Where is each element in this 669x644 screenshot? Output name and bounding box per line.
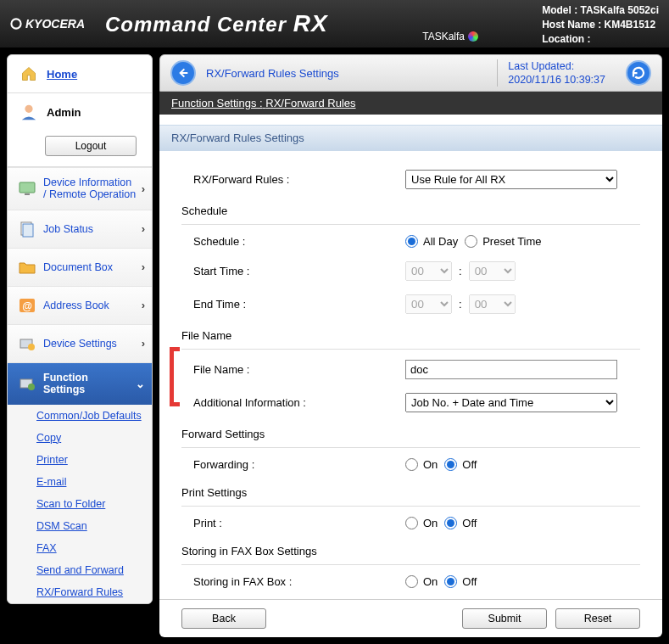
refresh-icon[interactable] — [626, 60, 651, 86]
start-min-select[interactable]: 00 — [469, 261, 516, 281]
reset-button[interactable]: Reset — [555, 608, 640, 629]
radio-preset[interactable]: Preset Time — [465, 235, 541, 248]
radio-fwd-on[interactable]: On — [405, 458, 438, 471]
nav-document-box[interactable]: Document Box› — [8, 248, 152, 286]
print-label: Print : — [193, 517, 405, 529]
schedule-header: Schedule — [181, 196, 640, 221]
home-link[interactable]: Home — [8, 55, 152, 93]
forwarding-label: Forwarding : — [193, 458, 405, 471]
page-title: RX/Forward Rules Settings — [206, 67, 487, 80]
svg-point-1 — [25, 105, 32, 113]
filename-input[interactable] — [405, 360, 617, 379]
svg-point-9 — [28, 344, 35, 350]
sub-common[interactable]: Common/Job Defaults — [8, 405, 152, 427]
nav-job-status[interactable]: Job Status› — [8, 210, 152, 248]
home-icon — [18, 64, 40, 84]
last-updated: Last Updated: 2020/11/16 10:39:37 — [497, 59, 605, 87]
end-min-select[interactable]: 00 — [469, 294, 516, 314]
back-button[interactable]: Back — [181, 608, 266, 629]
button-bar: Back Submit Reset — [159, 599, 662, 637]
end-label: End Time : — [193, 298, 405, 311]
back-icon[interactable] — [170, 60, 196, 86]
radio-faxbox-off[interactable]: Off — [444, 575, 477, 588]
faxbox-header: Storing in FAX Box Settings — [181, 536, 640, 561]
svg-point-0 — [11, 19, 20, 28]
print-header: Print Settings — [181, 478, 640, 502]
svg-rect-2 — [20, 182, 35, 193]
monitor-icon — [16, 178, 38, 199]
title-bar: RX/Forward Rules Settings Last Updated: … — [159, 54, 662, 92]
nav-device-info[interactable]: Device Information / Remote Operation› — [8, 167, 152, 210]
start-hour-select[interactable]: 00 — [405, 261, 452, 281]
svg-point-11 — [28, 384, 35, 390]
svg-rect-3 — [25, 193, 30, 195]
addlinfo-select[interactable]: Job No. + Date and Time — [405, 393, 617, 412]
highlight-marker — [170, 347, 180, 406]
sub-printer[interactable]: Printer — [8, 449, 152, 471]
doc-stack-icon — [16, 219, 38, 239]
radio-print-on[interactable]: On — [405, 517, 438, 529]
nav-function-settings[interactable]: Function Settings⌄ — [8, 362, 152, 405]
schedule-label: Schedule : — [193, 235, 405, 248]
start-label: Start Time : — [193, 265, 405, 277]
logout-button[interactable]: Logout — [45, 136, 137, 156]
section-header: RX/Forward Rules Settings — [159, 125, 662, 151]
rules-label: RX/Forward Rules : — [193, 173, 405, 186]
sub-email[interactable]: E-mail — [8, 471, 152, 493]
printer-gear-icon — [16, 373, 38, 394]
addlinfo-label: Additional Information : — [193, 396, 405, 409]
breadcrumb-parent[interactable]: Function Settings : RX/Forward Rules — [171, 97, 356, 109]
filename-label: File Name : — [193, 363, 405, 376]
sub-copy[interactable]: Copy — [8, 427, 152, 449]
rules-select[interactable]: Use Rule for All RX — [405, 170, 617, 189]
user-icon — [18, 102, 40, 122]
svg-text:@: @ — [22, 300, 32, 312]
sidebar: Home Admin Logout Device Information / R… — [0, 48, 159, 644]
filename-header: File Name — [181, 321, 640, 345]
product-title: Command Center RX — [105, 10, 328, 37]
radio-faxbox-on[interactable]: On — [405, 575, 438, 588]
user-row: Admin — [8, 93, 152, 131]
sub-rx-rules[interactable]: RX/Forward Rules — [8, 581, 152, 603]
radio-fwd-off[interactable]: Off — [444, 458, 477, 471]
folder-icon — [16, 257, 38, 277]
forward-header: Forward Settings — [181, 419, 640, 444]
sub-scan-folder[interactable]: Scan to Folder — [8, 493, 152, 515]
breadcrumb: Function Settings : RX/Forward Rules — [159, 92, 662, 115]
brand-logo: KYOCERA — [10, 17, 85, 31]
function-settings-submenu: Common/Job Defaults Copy Printer E-mail … — [8, 405, 152, 603]
device-info: Model : TASKalfa 5052ci Host Name : KM4B… — [542, 3, 659, 46]
nav-device-settings[interactable]: Device Settings› — [8, 324, 152, 362]
radio-print-off[interactable]: Off — [444, 517, 477, 529]
nav-address-book[interactable]: @ Address Book› — [8, 286, 152, 324]
sub-brand: TASKalfa — [422, 31, 478, 42]
svg-rect-5 — [23, 224, 33, 237]
end-hour-select[interactable]: 00 — [405, 294, 452, 314]
at-icon: @ — [16, 295, 38, 316]
radio-allday[interactable]: All Day — [405, 235, 458, 248]
faxbox-label: Storing in FAX Box : — [193, 575, 405, 588]
submit-button[interactable]: Submit — [462, 608, 547, 629]
sub-send-forward[interactable]: Send and Forward — [8, 559, 152, 581]
printer-gear-icon — [16, 333, 38, 354]
app-header: KYOCERA Command Center RX TASKalfa Model… — [0, 0, 669, 48]
sub-dsm[interactable]: DSM Scan — [8, 515, 152, 537]
sub-fax[interactable]: FAX — [8, 537, 152, 559]
